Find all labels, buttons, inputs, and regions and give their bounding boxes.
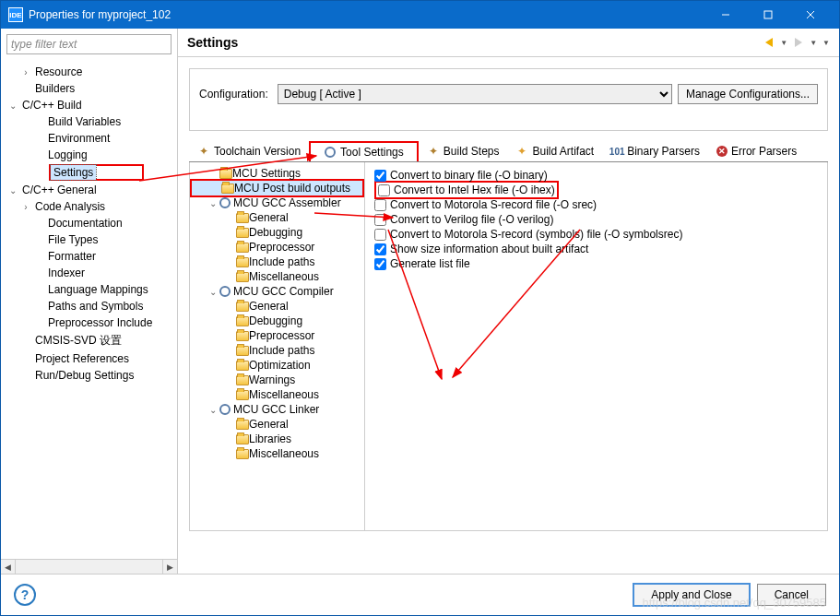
folder-icon	[219, 169, 232, 179]
tool-tree-item[interactable]: ⌄MCU GCC Linker	[190, 402, 364, 417]
nav-item[interactable]: Builders	[1, 80, 177, 97]
nav-item[interactable]: ›Code Analysis	[1, 198, 177, 215]
forward-dropdown-icon[interactable]: ▼	[810, 39, 817, 47]
tool-tree-label: Warnings	[249, 373, 295, 386]
nav-item[interactable]: Preprocessor Include	[1, 314, 177, 331]
option-row: Convert to Motorola S-record (symbols) f…	[374, 227, 818, 242]
tool-tree-label: MCU Post build outputs	[234, 182, 350, 195]
tool-tree-item[interactable]: General	[190, 417, 364, 432]
tool-tree-label: Optimization	[249, 359, 311, 372]
option-checkbox[interactable]	[374, 258, 386, 270]
folder-icon	[236, 420, 249, 430]
gear-icon	[219, 286, 231, 297]
tab-error-parsers[interactable]: ✕Error Parsers	[708, 140, 805, 161]
option-checkbox[interactable]	[374, 170, 386, 182]
tool-tree-item[interactable]: General	[190, 299, 364, 314]
tab-build-steps[interactable]: ✦Build Steps	[419, 140, 508, 161]
folder-icon	[236, 228, 249, 238]
back-dropdown-icon[interactable]: ▼	[780, 39, 787, 47]
configuration-label: Configuration:	[199, 88, 268, 101]
tool-tree-item[interactable]: Miscellaneous	[190, 446, 364, 461]
tool-tree-item[interactable]: Debugging	[190, 225, 364, 240]
options-panel: Convert to binary file (-O binary)Conver…	[365, 162, 827, 530]
nav-tree[interactable]: ›ResourceBuilders⌄C/C++ BuildBuild Varia…	[1, 60, 177, 559]
option-row: Generate list file	[374, 256, 818, 271]
tool-tree-item[interactable]: Debugging	[190, 314, 364, 328]
nav-item[interactable]: Environment	[1, 130, 177, 147]
tool-tree-label: MCU GCC Linker	[233, 403, 319, 416]
tool-tree-label: MCU Settings	[232, 167, 301, 180]
tool-settings-tree[interactable]: MCU Settings MCU Post build outputs⌄MCU …	[190, 162, 365, 530]
tool-tree-item[interactable]: General	[190, 210, 364, 225]
nav-item[interactable]: Logging	[1, 147, 177, 163]
tab-label: Toolchain Version	[214, 145, 301, 158]
tool-tree-item[interactable]: Preprocessor	[190, 328, 364, 343]
tab-toolchain-version[interactable]: ✦Toolchain Version	[189, 140, 309, 161]
tool-tree-item[interactable]: ⌄MCU GCC Assembler	[190, 195, 364, 210]
nav-item[interactable]: CMSIS-SVD 设置	[1, 331, 177, 350]
tool-tree-label: General	[249, 211, 289, 224]
tool-tree-item[interactable]: ⌄MCU GCC Compiler	[190, 284, 364, 299]
tool-tree-label: Include paths	[249, 255, 314, 268]
nav-item[interactable]: Run/Debug Settings	[1, 367, 177, 384]
tool-tree-label: Include paths	[249, 344, 314, 357]
cancel-button[interactable]: Cancel	[757, 584, 826, 606]
tool-tree-item[interactable]: Include paths	[190, 255, 364, 269]
option-label: Convert to binary file (-O binary)	[390, 169, 548, 182]
back-button[interactable]	[760, 34, 778, 51]
minimize-button[interactable]	[704, 1, 747, 29]
tool-tree-item[interactable]: MCU Post build outputs	[190, 179, 364, 197]
option-label: Convert to Verilog file (-O verilog)	[390, 213, 553, 226]
folder-icon	[236, 213, 249, 223]
nav-item[interactable]: ›Resource	[1, 64, 177, 80]
menu-dropdown-icon[interactable]: ▼	[822, 39, 830, 47]
filter-input[interactable]: type filter text	[6, 34, 172, 54]
nav-item[interactable]: Build Variables	[1, 113, 177, 130]
nav-item[interactable]: ⌄C/C++ General	[1, 182, 177, 198]
nav-item[interactable]: Paths and Symbols	[1, 298, 177, 314]
option-checkbox[interactable]	[374, 243, 386, 255]
apply-and-close-button[interactable]: Apply and Close	[633, 584, 749, 606]
folder-icon	[236, 316, 249, 326]
folder-icon	[236, 331, 249, 341]
forward-button[interactable]	[789, 34, 808, 51]
maximize-button[interactable]	[747, 1, 789, 29]
nav-item[interactable]: Formatter	[1, 248, 177, 265]
option-checkbox[interactable]	[374, 229, 386, 241]
nav-item[interactable]: Documentation	[1, 215, 177, 231]
nav-item[interactable]: File Types	[1, 231, 177, 248]
tool-tree-item[interactable]: Warnings	[190, 373, 364, 387]
tool-tree-item[interactable]: Optimization	[190, 358, 364, 373]
tab-label: Build Artifact	[532, 145, 594, 158]
option-checkbox[interactable]	[374, 214, 386, 226]
option-checkbox[interactable]	[374, 199, 386, 211]
option-label: Convert to Intel Hex file (-O ihex)	[394, 184, 555, 196]
tab-label: Tool Settings	[340, 146, 404, 159]
configuration-select[interactable]: Debug [ Active ]	[278, 84, 672, 104]
nav-item[interactable]: ⌄C/C++ Build	[1, 97, 177, 113]
option-checkbox[interactable]	[378, 184, 390, 196]
option-row: Convert to binary file (-O binary)	[374, 168, 818, 183]
tool-tree-label: Debugging	[249, 226, 302, 239]
nav-item[interactable]: Language Mappings	[1, 281, 177, 298]
tab-binary-parsers[interactable]: 101Binary Parsers	[602, 140, 708, 161]
gear-icon	[219, 197, 231, 208]
nav-item[interactable]: Settings	[1, 163, 177, 182]
help-icon[interactable]: ?	[14, 584, 36, 606]
tool-tree-item[interactable]: Miscellaneous	[190, 269, 364, 284]
folder-icon	[236, 449, 249, 459]
option-row: Convert to Intel Hex file (-O ihex)	[374, 181, 559, 199]
tab-build-artifact[interactable]: ✦Build Artifact	[507, 140, 602, 161]
nav-item[interactable]: Project References	[1, 350, 177, 367]
tab-tool-settings[interactable]: Tool Settings	[309, 141, 419, 161]
sidebar-scrollbar[interactable]: ◀▶	[1, 559, 177, 574]
tool-tree-item[interactable]: Libraries	[190, 432, 364, 446]
tool-tree-item[interactable]: Preprocessor	[190, 240, 364, 255]
nav-item[interactable]: Indexer	[1, 265, 177, 281]
manage-configurations-button[interactable]: Manage Configurations...	[678, 84, 818, 104]
tool-tree-label: MCU GCC Compiler	[233, 285, 334, 298]
tool-tree-item[interactable]: Include paths	[190, 343, 364, 358]
tool-tree-label: Miscellaneous	[249, 270, 319, 283]
tool-tree-item[interactable]: Miscellaneous	[190, 387, 364, 402]
close-button[interactable]	[789, 1, 832, 29]
